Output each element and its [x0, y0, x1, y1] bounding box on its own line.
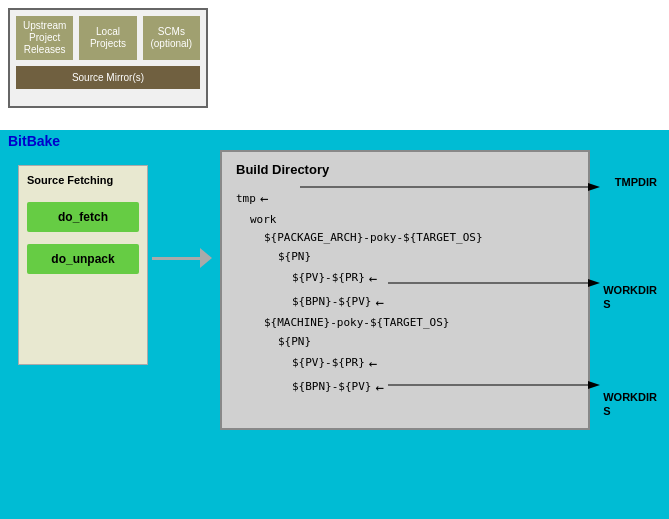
bpn-pv1-arrow: ← [375, 291, 383, 315]
tree-line-pn2: ${PN} [236, 333, 574, 352]
source-mirror-box: Source Mirror(s) [16, 66, 200, 89]
do-fetch-button[interactable]: do_fetch [27, 202, 139, 232]
tmp-arrow: ← [260, 187, 268, 211]
pv-pr1-arrow: ← [369, 267, 377, 291]
tree-line-machine: ${MACHINE}-poky-${TARGET_OS} [236, 314, 574, 333]
build-directory-title: Build Directory [236, 162, 574, 177]
bitbake-label: BitBake [8, 133, 60, 149]
bpn-pv2-arrow: ← [375, 376, 383, 400]
tree-line-tmp: tmp ← [236, 187, 574, 211]
fetch-to-build-arrow [152, 248, 212, 268]
tree-line-work: work [236, 211, 574, 230]
source-fetching-title: Source Fetching [27, 174, 139, 186]
local-projects-box: Local Projects [79, 16, 136, 60]
workdirs1-label: WORKDIRS [603, 283, 657, 312]
scms-box: SCMs (optional) [143, 16, 200, 60]
tree-line-pv-pr1: ${PV}-${PR} ← [236, 267, 574, 291]
build-directory-box: Build Directory tmp ← work ${PACKAGE_ARC… [220, 150, 590, 430]
tmpdir-label: TMPDIR [615, 176, 657, 188]
do-unpack-button[interactable]: do_unpack [27, 244, 139, 274]
directory-tree: tmp ← work ${PACKAGE_ARCH}-poky-${TARGET… [236, 187, 574, 399]
source-fetching-box: Source Fetching do_fetch do_unpack [18, 165, 148, 365]
pv-pr2-arrow: ← [369, 352, 377, 376]
workdirs2-label: WORKDIRS [603, 390, 657, 419]
tree-line-pv-pr2: ${PV}-${PR} ← [236, 352, 574, 376]
tree-line-pn1: ${PN} [236, 248, 574, 267]
upstream-releases-box: Upstream Project Releases [16, 16, 73, 60]
tree-line-pkg-arch: ${PACKAGE_ARCH}-poky-${TARGET_OS} [236, 229, 574, 248]
source-diagram: Upstream Project Releases Local Projects… [8, 8, 208, 108]
tree-line-bpn-pv2: ${BPN}-${PV} ← [236, 376, 574, 400]
tree-line-bpn-pv1: ${BPN}-${PV} ← [236, 291, 574, 315]
